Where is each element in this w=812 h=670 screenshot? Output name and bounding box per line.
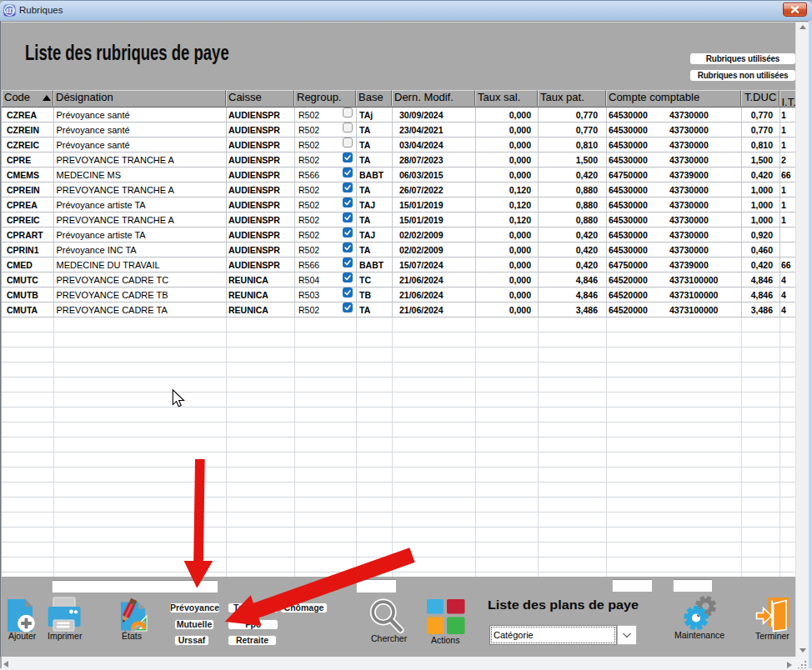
svg-text:4D: 4D	[5, 7, 15, 15]
